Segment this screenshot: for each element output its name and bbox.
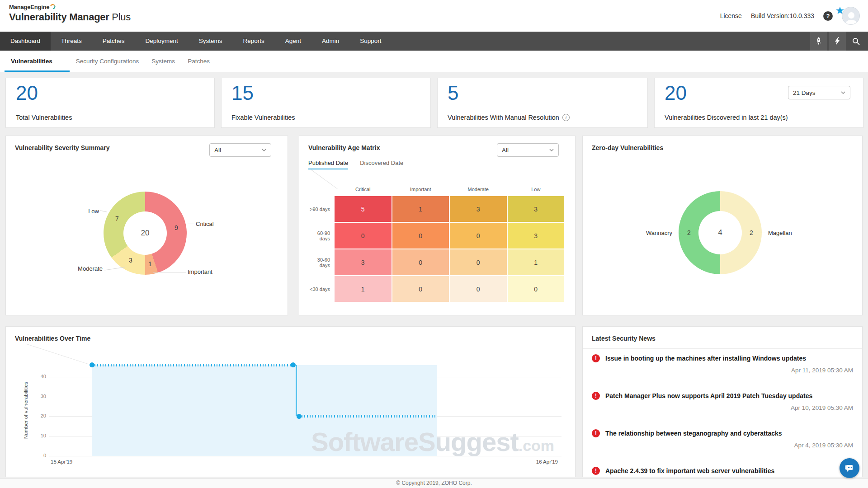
news-item[interactable]: ! Issue in booting up the machines after… <box>592 354 853 391</box>
panel-title: Vulnerability Age Matrix <box>308 144 380 151</box>
tab-discovered-date[interactable]: Discovered Date <box>360 160 403 169</box>
matrix-column-header: Critical <box>335 187 392 195</box>
matrix-cell[interactable]: 0 <box>450 223 507 249</box>
nav-item-systems[interactable]: Systems <box>189 32 233 51</box>
matrix-column-header: Low <box>508 187 565 195</box>
stat-label: Total Vulnerabilities <box>16 114 72 121</box>
zero-day-total: 4 <box>718 228 722 237</box>
page-footer: © Copyright 2019, ZOHO Corp. <box>0 478 868 488</box>
slice-label-moderate: Moderate <box>75 265 103 272</box>
severity-total: 20 <box>141 229 150 238</box>
info-icon[interactable]: i <box>562 114 570 121</box>
severity-summary-panel: Vulnerability Severity Summary All 20 9 … <box>5 136 288 315</box>
news-item[interactable]: ! The relationship between steganography… <box>592 429 853 466</box>
security-news-panel: Latest Security News ! Issue in booting … <box>582 326 863 477</box>
news-title[interactable]: Apache 2.4.39 to fix important web serve… <box>605 466 774 475</box>
matrix-cell[interactable]: 0 <box>392 276 449 302</box>
stat-card-total-vulnerabilities[interactable]: 20 Total Vulnerabilities <box>5 78 215 128</box>
zero-day-donut-chart: 4 2 2 Wannacry Magellan <box>679 191 762 274</box>
help-icon[interactable]: ? <box>823 11 833 21</box>
age-matrix-filter-dropdown[interactable]: All <box>497 143 559 157</box>
build-version-text: Build Version:10.0.333 <box>751 12 814 19</box>
slice-value-low: 7 <box>112 215 122 222</box>
nav-item-patches[interactable]: Patches <box>92 32 135 51</box>
tab-vulnerabilities[interactable]: Vulnerabilities <box>5 51 70 72</box>
matrix-cell[interactable]: 3 <box>508 196 565 222</box>
matrix-cell[interactable]: 1 <box>392 196 449 222</box>
tab-published-date[interactable]: Published Date <box>308 160 348 169</box>
nav-item-admin[interactable]: Admin <box>311 32 349 51</box>
news-item[interactable]: ! Apache 2.4.39 to fix important web ser… <box>592 466 853 477</box>
matrix-cell[interactable]: 3 <box>450 196 507 222</box>
matrix-row: 30-60 days 3 0 0 1 <box>306 249 564 275</box>
nav-item-agent[interactable]: Agent <box>275 32 311 51</box>
nav-item-reports[interactable]: Reports <box>232 32 274 51</box>
brand-swirl-icon <box>50 4 56 11</box>
matrix-cell[interactable]: 0 <box>392 223 449 249</box>
brand-suffix-text: Plus <box>112 11 131 23</box>
news-title[interactable]: Issue in booting up the machines after i… <box>605 354 806 363</box>
nav-item-support[interactable]: Support <box>349 32 392 51</box>
matrix-cell[interactable]: 0 <box>450 276 507 302</box>
chat-icon <box>844 463 854 473</box>
nav-item-deployment[interactable]: Deployment <box>135 32 189 51</box>
stat-value: 20 <box>16 82 38 104</box>
license-link[interactable]: License <box>720 12 742 19</box>
matrix-cell[interactable]: 0 <box>450 249 507 275</box>
news-title[interactable]: Patch Manager Plus now supports April 20… <box>605 391 812 400</box>
matrix-cell[interactable]: 0 <box>392 249 449 275</box>
stat-value: 15 <box>231 82 254 104</box>
nav-item-threats[interactable]: Threats <box>51 32 92 51</box>
matrix-row: >90 days 5 1 3 3 <box>306 196 564 222</box>
main-nav: Dashboard Threats Patches Deployment Sys… <box>0 32 868 51</box>
stat-card-fixable-vulnerabilities[interactable]: 15 Fixable Vulnerabilities <box>221 78 431 128</box>
matrix-cell[interactable]: 1 <box>335 276 392 302</box>
matrix-cell[interactable]: 3 <box>508 223 565 249</box>
severity-filter-dropdown[interactable]: All <box>209 143 271 157</box>
nav-item-dashboard[interactable]: Dashboard <box>0 32 51 51</box>
chat-feedback-button[interactable] <box>840 458 859 478</box>
slice-label-magellan: Magellan <box>768 230 792 236</box>
matrix-row-label: 30-60 days <box>306 249 334 275</box>
chevron-down-icon <box>549 149 554 151</box>
over-time-plot: 01020304015 Apr'1916 Apr'19 <box>49 362 561 456</box>
stat-card-discovered-recent[interactable]: 20 21 Days Vulnerabilities Discovered in… <box>654 78 863 128</box>
slice-value-magellan: 2 <box>746 229 756 236</box>
search-icon[interactable] <box>847 32 864 51</box>
matrix-row-label: >90 days <box>306 196 334 222</box>
rocket-icon[interactable] <box>810 32 827 51</box>
lightning-icon[interactable] <box>829 32 846 51</box>
matrix-cell[interactable]: 5 <box>335 196 392 222</box>
news-title[interactable]: The relationship between steganography a… <box>605 429 782 438</box>
slice-label-important: Important <box>188 268 212 275</box>
chevron-down-icon <box>262 149 266 151</box>
panel-title: Zero-day Vulnerabilities <box>592 144 663 151</box>
severity-filter-value: All <box>214 147 221 154</box>
tab-security-configurations[interactable]: Security Configurations <box>70 51 146 72</box>
matrix-cell[interactable]: 0 <box>335 223 392 249</box>
slice-value-critical: 9 <box>171 224 181 231</box>
matrix-cell[interactable]: 3 <box>335 249 392 275</box>
news-timestamp: Apr 4, 2019 05:30 AM <box>592 442 853 449</box>
matrix-cell[interactable]: 1 <box>508 249 565 275</box>
brand-logo: ManageEngine Vulnerability Manager Plus <box>9 4 131 23</box>
copyright-text: © Copyright 2019, ZOHO Corp. <box>396 480 472 486</box>
stat-card-manual-resolution[interactable]: 5 Vulnerabilities With Manual Resolution… <box>437 78 648 128</box>
matrix-row-label: <30 days <box>306 276 334 302</box>
tab-patches[interactable]: Patches <box>181 51 216 72</box>
stat-label: Vulnerabilities With Manual Resolution <box>448 114 559 121</box>
panel-title: Latest Security News <box>592 335 656 342</box>
matrix-row: 60-90 days 0 0 0 3 <box>306 223 564 249</box>
favorite-star-icon[interactable]: ★ <box>835 5 844 17</box>
slice-label-wannacry: Wannacry <box>629 230 672 236</box>
news-item[interactable]: ! Patch Manager Plus now supports April … <box>592 391 853 429</box>
slice-value-moderate: 3 <box>126 257 136 264</box>
tab-systems[interactable]: Systems <box>145 51 181 72</box>
matrix-column-header: Important <box>392 187 449 195</box>
user-avatar[interactable] <box>842 7 860 25</box>
matrix-cell[interactable]: 0 <box>508 276 565 302</box>
period-selector-dropdown[interactable]: 21 Days <box>788 86 850 99</box>
dashboard-subtabs: Vulnerabilities Security Configurations … <box>0 51 868 72</box>
stat-label: Fixable Vulnerabilities <box>231 114 295 121</box>
age-matrix-panel: Vulnerability Age Matrix All Published D… <box>299 136 576 315</box>
